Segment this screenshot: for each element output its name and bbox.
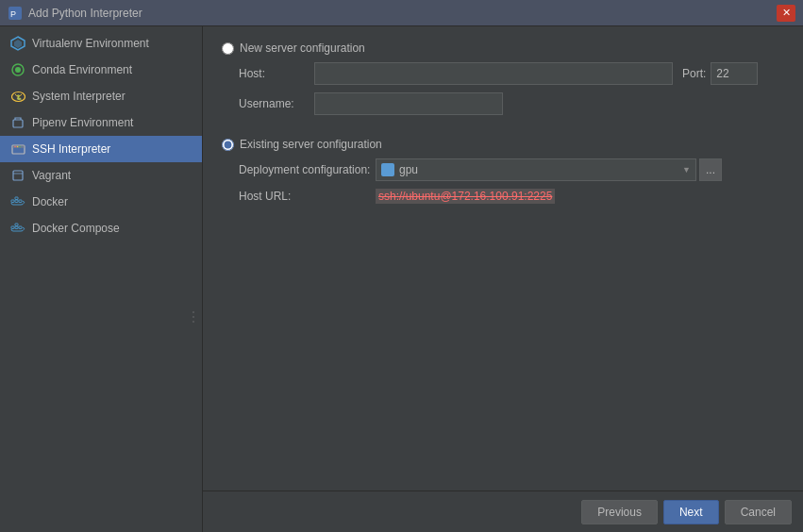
- host-url-value: ssh://ubuntu@172.16.100.91:2225: [376, 189, 555, 204]
- dialog-title: Add Python Interpreter: [28, 7, 777, 20]
- docker-compose-icon: [9, 220, 26, 237]
- sidebar-item-system[interactable]: 🐍 System Interpreter: [0, 83, 202, 109]
- svg-rect-14: [13, 171, 23, 180]
- sidebar-item-system-label: System Interpreter: [32, 90, 125, 103]
- system-icon: 🐍: [9, 88, 26, 105]
- sidebar-item-conda-label: Conda Environment: [32, 63, 132, 76]
- host-url-label: Host URL:: [239, 190, 376, 203]
- svg-rect-19: [15, 197, 18, 200]
- host-label: Host:: [239, 67, 314, 80]
- cancel-button[interactable]: Cancel: [725, 500, 792, 524]
- sidebar-item-docker-compose-label: Docker Compose: [32, 222, 120, 235]
- main-container: Virtualenv Environment Conda Environment…: [0, 26, 803, 532]
- resize-handle[interactable]: [191, 298, 196, 336]
- svg-rect-18: [19, 200, 22, 203]
- chevron-down-icon: ▼: [682, 165, 691, 175]
- ellipsis-button[interactable]: ...: [699, 158, 722, 181]
- new-server-config-row: New server configuration: [222, 42, 784, 55]
- svg-point-5: [15, 67, 21, 73]
- svg-rect-24: [384, 168, 392, 173]
- svg-rect-16: [11, 200, 14, 203]
- username-row: Username:: [239, 92, 784, 115]
- config-select-inner: gpu: [381, 163, 418, 176]
- svg-rect-25: [386, 166, 388, 168]
- sidebar-item-conda[interactable]: Conda Environment: [0, 57, 202, 83]
- port-input[interactable]: [711, 62, 758, 85]
- deployment-config-select[interactable]: gpu ▼: [376, 158, 696, 181]
- port-section: Port:: [682, 62, 758, 85]
- svg-rect-23: [15, 224, 18, 226]
- svg-rect-26: [389, 166, 391, 168]
- svg-rect-22: [19, 226, 22, 229]
- sidebar-item-pipenv[interactable]: Pipenv Environment: [0, 109, 202, 136]
- username-input[interactable]: [314, 92, 503, 115]
- sidebar-item-docker-compose[interactable]: Docker Compose: [0, 215, 202, 241]
- deployment-config-select-wrapper: gpu ▼ ...: [376, 158, 784, 181]
- virtualenv-icon: [9, 35, 26, 52]
- existing-server-config-label[interactable]: Existing server configuration: [240, 138, 382, 151]
- existing-section: Deployment configuration:: [239, 158, 784, 211]
- port-label: Port:: [682, 67, 706, 80]
- ssh-icon: [9, 141, 26, 158]
- next-button[interactable]: Next: [663, 500, 719, 524]
- close-button[interactable]: ✕: [777, 5, 795, 22]
- host-url-row: Host URL: ssh://ubuntu@172.16.100.91:222…: [239, 189, 784, 204]
- svg-rect-21: [15, 226, 18, 229]
- new-server-config-label[interactable]: New server configuration: [240, 42, 365, 55]
- sidebar-item-docker-label: Docker: [32, 195, 68, 208]
- svg-marker-3: [14, 40, 22, 48]
- title-bar: P Add Python Interpreter ✕: [0, 0, 803, 26]
- deployment-config-row: Deployment configuration:: [239, 158, 784, 181]
- username-label: Username:: [239, 97, 314, 110]
- conda-icon: [9, 61, 26, 78]
- host-row: Host: Port:: [239, 62, 784, 85]
- pipenv-icon: [9, 114, 26, 131]
- previous-button[interactable]: Previous: [581, 500, 658, 524]
- new-server-form: Host: Port: Username:: [239, 62, 784, 123]
- svg-text:P: P: [10, 9, 16, 19]
- sidebar-item-ssh-label: SSH Interpreter: [32, 142, 110, 156]
- deployment-config-label: Deployment configuration:: [239, 163, 376, 176]
- docker-icon: [9, 193, 26, 210]
- sidebar-item-virtualenv-label: Virtualenv Environment: [32, 37, 149, 50]
- new-server-config-radio[interactable]: [222, 42, 234, 55]
- svg-point-13: [19, 146, 21, 148]
- host-input[interactable]: [314, 62, 673, 85]
- sidebar-item-ssh[interactable]: SSH Interpreter: [0, 136, 202, 162]
- svg-rect-8: [13, 120, 23, 127]
- sidebar-item-pipenv-label: Pipenv Environment: [32, 116, 133, 129]
- existing-server-config-radio[interactable]: [222, 139, 234, 151]
- sidebar-item-virtualenv[interactable]: Virtualenv Environment: [0, 30, 202, 57]
- bottom-bar: Previous Next Cancel: [203, 490, 803, 532]
- svg-point-12: [16, 146, 18, 148]
- deployment-config-value: gpu: [399, 163, 418, 176]
- content-area: New server configuration Host: Port: Use…: [203, 26, 803, 532]
- sidebar-item-vagrant-label: Vagrant: [32, 169, 71, 182]
- svg-rect-20: [11, 226, 14, 229]
- sidebar: Virtualenv Environment Conda Environment…: [0, 26, 203, 532]
- svg-rect-17: [15, 200, 18, 203]
- svg-text:🐍: 🐍: [16, 94, 23, 101]
- vagrant-icon: [9, 167, 26, 184]
- sidebar-item-docker[interactable]: Docker: [0, 189, 202, 215]
- app-icon: P: [8, 6, 23, 21]
- existing-server-config-row: Existing server configuration: [222, 138, 784, 151]
- svg-rect-10: [12, 145, 25, 148]
- sidebar-item-vagrant[interactable]: Vagrant: [0, 162, 202, 189]
- gpu-icon: [381, 163, 394, 176]
- svg-point-11: [14, 146, 16, 148]
